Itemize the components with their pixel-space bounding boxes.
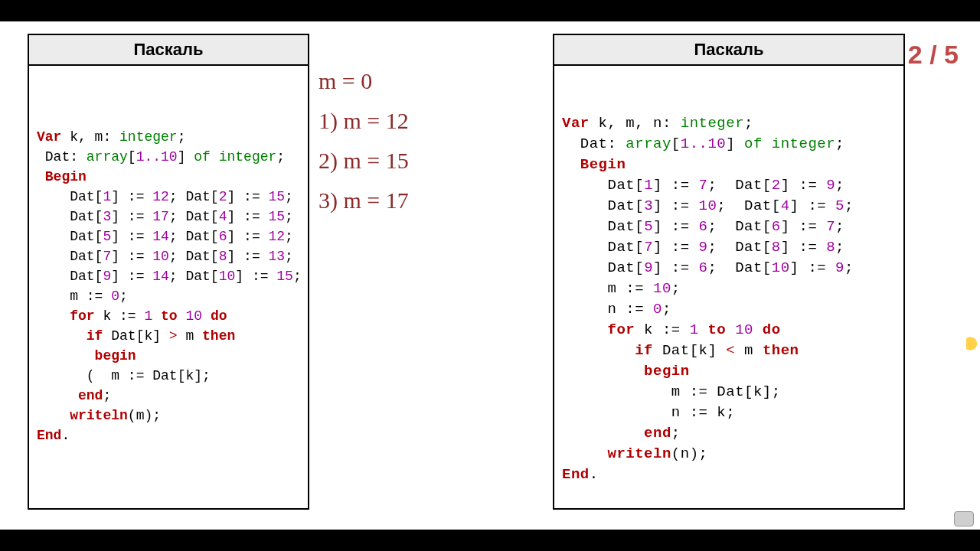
box-title-left: Паскаль — [29, 35, 308, 66]
anno-2: 2) m = 15 — [318, 141, 409, 181]
code-right: Var k, m, n: integer; Dat: array[1..10] … — [554, 107, 903, 491]
star-icon — [966, 333, 980, 354]
pascal-box-left: Паскаль Var k, m: integer; Dat: array[1.… — [28, 34, 309, 510]
box-title-right: Паскаль — [554, 35, 903, 66]
letterbox-top — [0, 0, 980, 21]
page-counter: 2 / 5 — [908, 40, 959, 70]
anno-3: 3) m = 17 — [318, 181, 409, 220]
toaster-icon — [954, 511, 974, 527]
anno-0: m = 0 — [318, 61, 409, 101]
handwriting-annotations: m = 0 1) m = 12 2) m = 15 3) m = 17 — [318, 61, 409, 220]
pascal-box-right: Паскаль Var k, m, n: integer; Dat: array… — [553, 34, 905, 510]
anno-1: 1) m = 12 — [318, 101, 409, 141]
letterbox-bottom — [0, 530, 980, 551]
code-left: Var k, m: integer; Dat: array[1..10] of … — [29, 121, 308, 452]
